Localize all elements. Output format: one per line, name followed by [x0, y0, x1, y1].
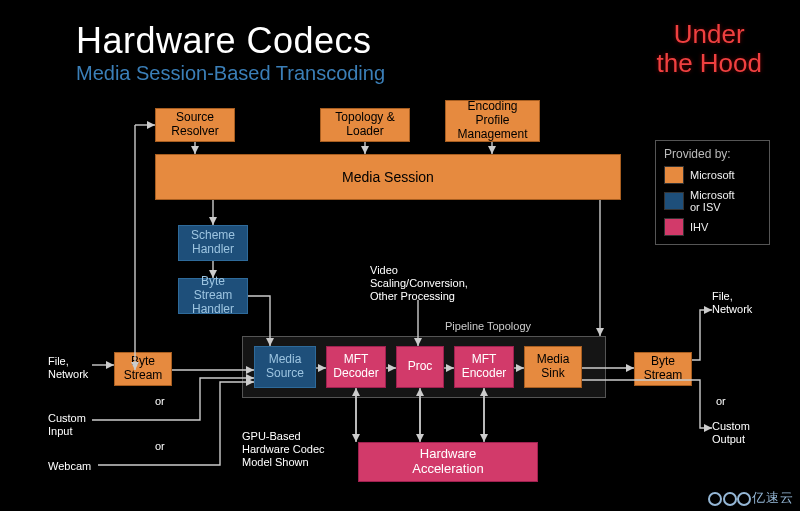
- corner-badge: Under the Hood: [656, 20, 762, 77]
- box-byte-stream-out: ByteStream: [634, 352, 692, 386]
- box-media-source: MediaSource: [254, 346, 316, 388]
- box-source-resolver: SourceResolver: [155, 108, 235, 142]
- box-encoding-profile: EncodingProfileManagement: [445, 100, 540, 142]
- box-topology-loader: Topology &Loader: [320, 108, 410, 142]
- corner-line2: the Hood: [656, 48, 762, 78]
- legend-swatch-microsoft-isv: [664, 192, 684, 210]
- box-mft-encoder: MFTEncoder: [454, 346, 514, 388]
- label-or3: or: [716, 395, 726, 408]
- box-media-session: Media Session: [155, 154, 621, 200]
- legend-row-microsoft-isv: Microsoftor ISV: [664, 189, 761, 213]
- legend-swatch-microsoft: [664, 166, 684, 184]
- watermark: 亿速云: [708, 489, 794, 507]
- legend: Provided by: Microsoft Microsoftor ISV I…: [655, 140, 770, 245]
- label-webcam: Webcam: [48, 460, 91, 473]
- watermark-ring-icon: [708, 492, 722, 506]
- watermark-text: 亿速云: [752, 490, 794, 505]
- corner-line1: Under: [674, 19, 745, 49]
- legend-label-ihv: IHV: [690, 221, 708, 233]
- label-custom-input: CustomInput: [48, 412, 86, 438]
- legend-label-microsoft: Microsoft: [690, 169, 735, 181]
- label-or2: or: [155, 440, 165, 453]
- page-subtitle: Media Session-Based Transcoding: [76, 62, 385, 85]
- watermark-ring-icon: [737, 492, 751, 506]
- box-proc: Proc: [396, 346, 444, 388]
- box-hardware-acceleration: HardwareAcceleration: [358, 442, 538, 482]
- legend-row-ihv: IHV: [664, 218, 761, 236]
- label-pipeline-topology: Pipeline Topology: [445, 320, 531, 332]
- legend-swatch-ihv: [664, 218, 684, 236]
- label-custom-output: CustomOutput: [712, 420, 750, 446]
- label-video-processing: VideoScaling/Conversion,Other Processing: [370, 264, 468, 304]
- legend-label-microsoft-isv: Microsoftor ISV: [690, 189, 735, 213]
- label-gpu-note: GPU-BasedHardware CodecModel Shown: [242, 430, 325, 470]
- box-mft-decoder: MFTDecoder: [326, 346, 386, 388]
- legend-title: Provided by:: [664, 147, 761, 161]
- label-or1: or: [155, 395, 165, 408]
- box-byte-stream-in: ByteStream: [114, 352, 172, 386]
- legend-row-microsoft: Microsoft: [664, 166, 761, 184]
- watermark-ring-icon: [723, 492, 737, 506]
- box-scheme-handler: SchemeHandler: [178, 225, 248, 261]
- box-byte-stream-handler: ByteStreamHandler: [178, 278, 248, 314]
- box-media-sink: MediaSink: [524, 346, 582, 388]
- label-file-network-out: File,Network: [712, 290, 752, 316]
- label-file-network-in: File,Network: [48, 355, 88, 381]
- page-title: Hardware Codecs: [76, 20, 372, 62]
